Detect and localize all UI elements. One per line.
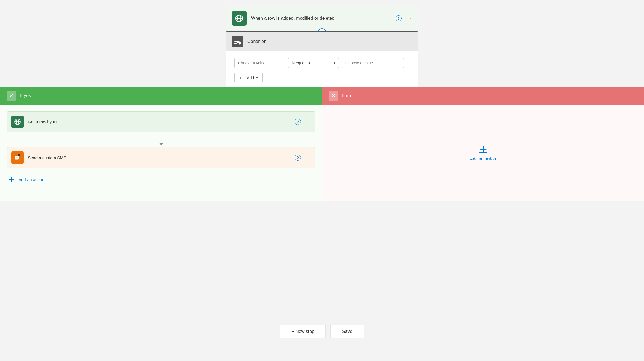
add-action-yes-icon xyxy=(8,175,16,183)
x-icon: ✕ xyxy=(329,91,338,101)
branch-no-header: ✕ If no xyxy=(322,87,644,105)
add-action-no-icon xyxy=(478,144,488,154)
branch-yes-label: If yes xyxy=(20,93,31,98)
branch-yes-header: ✓ If yes xyxy=(0,87,322,105)
svg-rect-20 xyxy=(479,152,487,153)
trigger-block: When a row is added, modified or deleted… xyxy=(226,6,418,31)
action-connector xyxy=(7,134,315,147)
dataverse-icon xyxy=(235,14,243,23)
svg-rect-19 xyxy=(483,146,484,153)
save-button[interactable]: Save xyxy=(330,325,364,338)
svg-marker-7 xyxy=(239,41,241,45)
canvas: When a row is added, modified or deleted… xyxy=(0,0,644,361)
sms-icon xyxy=(11,151,24,164)
trigger-icon xyxy=(232,11,247,26)
action-title-sms: Send a custom SMS xyxy=(28,155,291,160)
plus-icon: + xyxy=(239,75,241,80)
branch-no: ✕ If no Add an action xyxy=(322,87,644,201)
condition-value2-input[interactable] xyxy=(342,58,404,68)
action-card-sms: Send a custom SMS ? ··· xyxy=(7,147,315,168)
condition-add-button[interactable]: + + Add ▾ xyxy=(234,73,263,82)
condition-title: Condition xyxy=(247,39,403,44)
add-action-no-label: Add an action xyxy=(470,156,496,161)
new-step-button[interactable]: + New step xyxy=(280,325,326,338)
small-arrow-head xyxy=(159,143,163,145)
condition-row: is equal to ▾ xyxy=(234,58,410,68)
branch-no-label: If no xyxy=(342,93,351,98)
sms-help-icon[interactable]: ? xyxy=(295,155,301,161)
svg-rect-14 xyxy=(16,158,18,158)
trigger-more-icon[interactable]: ··· xyxy=(406,16,412,21)
condition-operator-select[interactable]: is equal to ▾ xyxy=(288,58,339,68)
condition-more-icon[interactable]: ··· xyxy=(407,39,412,45)
get-row-action-icons: ? ··· xyxy=(295,119,311,125)
condition-svg-icon xyxy=(234,38,241,45)
small-arrow xyxy=(159,136,163,145)
sms-action-icons: ? ··· xyxy=(295,155,311,161)
bottom-buttons: + New step Save xyxy=(280,325,364,338)
branch-yes: ✓ If yes Get a row by ID xyxy=(0,87,322,201)
sms-svg-icon xyxy=(14,154,21,161)
condition-body: is equal to ▾ + + Add ▾ xyxy=(226,51,418,89)
get-row-icon xyxy=(11,116,24,128)
branch-no-body: Add an action xyxy=(322,105,644,201)
svg-rect-12 xyxy=(15,156,19,160)
trigger-title: When a row is added, modified or deleted xyxy=(251,16,391,21)
add-action-no-button[interactable]: Add an action xyxy=(469,141,497,164)
get-row-more-icon[interactable]: ··· xyxy=(305,119,311,125)
add-chevron-icon: ▾ xyxy=(256,76,258,80)
condition-header: Condition ··· xyxy=(226,32,418,51)
get-row-help-icon[interactable]: ? xyxy=(295,119,301,125)
trigger-actions: ? ··· xyxy=(396,15,412,21)
condition-icon xyxy=(232,36,243,47)
svg-rect-17 xyxy=(8,182,15,182)
check-icon: ✓ xyxy=(7,91,16,101)
svg-rect-3 xyxy=(234,40,241,40)
svg-rect-4 xyxy=(234,41,239,42)
small-line xyxy=(161,136,161,143)
condition-block: Condition ··· is equal to ▾ + + Add ▾ xyxy=(226,31,418,90)
add-action-yes-label: Add an action xyxy=(18,177,44,182)
svg-rect-16 xyxy=(11,177,12,182)
sms-more-icon[interactable]: ··· xyxy=(305,155,311,161)
add-action-yes-button[interactable]: Add an action xyxy=(7,173,315,186)
condition-value1-input[interactable] xyxy=(234,58,285,68)
svg-rect-5 xyxy=(234,43,237,44)
branches-container: ✓ If yes Get a row by ID xyxy=(0,87,644,201)
chevron-down-icon: ▾ xyxy=(334,61,335,65)
action-card-get-row: Get a row by ID ? ··· xyxy=(7,111,315,132)
get-row-svg-icon xyxy=(14,118,21,125)
branch-yes-body: Get a row by ID ? ··· xyxy=(0,105,322,201)
action-title-get-row: Get a row by ID xyxy=(28,119,291,124)
trigger-help-icon[interactable]: ? xyxy=(396,15,402,21)
svg-rect-13 xyxy=(16,157,18,158)
